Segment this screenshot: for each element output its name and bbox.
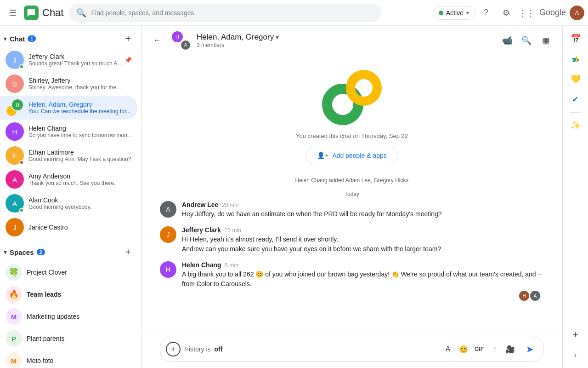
chat-input-box[interactable]: + History is off A 😊 GIF ↑ 🎥 ➤ xyxy=(160,337,544,362)
video-call-icon[interactable]: 📹 xyxy=(498,31,516,50)
space-icon: 🍀 xyxy=(6,264,22,281)
message-input-placeholder[interactable]: History is off xyxy=(184,345,437,353)
format-text-icon[interactable]: A xyxy=(441,342,455,356)
help-icon[interactable]: ? xyxy=(477,4,495,22)
chat-item-helen-adam-gregory[interactable]: H Helen, Adam, Gregory You: Can we resch… xyxy=(0,96,137,120)
menu-icon[interactable]: ☰ xyxy=(4,4,22,22)
chat-body: You created this chat on Thursday, Sep 2… xyxy=(141,55,562,332)
chat-created-text: You created this chat on Thursday, Sep 2… xyxy=(296,132,408,139)
send-button[interactable]: ➤ xyxy=(521,341,538,357)
space-item-plant-parents[interactable]: P Plant parents xyxy=(0,328,137,350)
chat-chevron-icon: ▾ xyxy=(4,35,7,42)
chat-item-alan[interactable]: A Alan Cook Good morning everybody. xyxy=(0,191,137,215)
right-panel-collapse-button[interactable]: › xyxy=(566,346,585,364)
user-avatar[interactable]: A xyxy=(570,6,584,20)
input-actions: A 😊 GIF ↑ 🎥 xyxy=(441,342,518,356)
upload-icon[interactable]: ↑ xyxy=(487,342,502,356)
space-item-marketing[interactable]: M Marketing updates xyxy=(0,305,137,328)
pin-icon: 📌 xyxy=(124,57,132,63)
search-bar[interactable]: 🔍 xyxy=(69,4,381,22)
reaction-avatar-2: A xyxy=(530,291,540,301)
right-panel-add-button[interactable]: + xyxy=(566,326,585,344)
chat-item-janice[interactable]: J Janice Castro xyxy=(0,215,137,239)
space-icon: M xyxy=(6,308,22,325)
spaces-section-header[interactable]: ▾ Spaces 2 + xyxy=(0,239,141,261)
chat-name: Jeffery Clark xyxy=(28,53,124,60)
chat-badge: 1 xyxy=(28,35,36,42)
chat-item-amy[interactable]: A Amy Anderson Thank you so much. See yo… xyxy=(0,167,137,191)
message-group-andrew: A Andrew Lee 28 min Hey Jeffery, do we h… xyxy=(160,201,544,219)
right-panel-drive-icon[interactable] xyxy=(566,50,585,68)
avatar: S xyxy=(6,75,24,93)
online-status-dot xyxy=(439,11,443,15)
message-group-helen: H Helen Chang 5 min A big thank you to a… xyxy=(160,261,544,301)
message-group-jeffery: J Jeffery Clark 20 min Hi Helen, yeah it… xyxy=(160,226,544,254)
settings-icon[interactable]: ⚙ xyxy=(497,4,515,22)
status-button[interactable]: Active ▾ xyxy=(433,6,475,20)
space-name: Project Clover xyxy=(27,269,67,276)
msg-timestamp: 28 min xyxy=(222,202,238,208)
space-icon: 🔥 xyxy=(6,286,22,303)
chat-item-ethan[interactable]: E Ethan Lattimore Good morning Ann. May … xyxy=(0,144,137,167)
chat-sidebar: ▾ Chat 1 + J Jeffery Clark Sounds great!… xyxy=(0,26,141,368)
right-panel-ai-icon[interactable]: ✨ xyxy=(566,116,585,135)
chat-name: Helen, Adam, Gregory xyxy=(28,101,132,108)
chat-intro: You created this chat on Thursday, Sep 2… xyxy=(160,63,544,175)
msg-text: Hi Helen, yeah it's almost ready, I'll s… xyxy=(182,235,441,254)
chat-item-jeffery[interactable]: J Jeffery Clark Sounds great! Thank you … xyxy=(0,48,137,72)
right-panel-tasks-icon[interactable]: ✔ xyxy=(566,90,585,109)
avatar-front: H xyxy=(11,98,24,111)
chat-rings-graphic xyxy=(317,70,386,125)
apps-icon[interactable]: ⋮⋮ xyxy=(517,4,536,22)
chat-preview: Do you have time to sync tomorrow mori..… xyxy=(28,132,132,138)
add-people-button[interactable]: 👤+ Add people & apps xyxy=(305,147,398,164)
chat-section-label: Chat xyxy=(10,35,25,43)
right-panel: 📅 💛 ✔ ✨ + › xyxy=(562,26,588,368)
msg-avatar: H xyxy=(160,261,176,278)
offline-indicator xyxy=(19,160,24,165)
chat-name: Janice Castro xyxy=(28,224,132,231)
msg-sender-name: Andrew Lee xyxy=(182,201,218,208)
space-item-moto-foto[interactable]: M Moto foto xyxy=(0,350,137,368)
chat-name: Amy Anderson xyxy=(28,172,132,180)
emoji-icon[interactable]: 😊 xyxy=(456,342,471,356)
add-space-button[interactable]: + xyxy=(121,245,136,259)
msg-sender-name: Jeffery Clark xyxy=(182,226,221,234)
online-indicator xyxy=(19,64,24,69)
space-name: Moto foto xyxy=(27,357,53,364)
chat-members-count: 3 members xyxy=(197,42,492,48)
back-button[interactable]: ← xyxy=(149,32,165,49)
history-label: History is xyxy=(184,345,211,353)
chat-name: Shirley, Jeffery xyxy=(28,77,132,84)
calendar-icon[interactable]: 📅 xyxy=(566,29,585,48)
msg-content: Andrew Lee 28 min Hey Jeffery, do we hav… xyxy=(182,201,442,219)
space-item-project-clover[interactable]: 🍀 Project Clover xyxy=(0,261,137,283)
msg-text: Hey Jeffery, do we have an estimate on w… xyxy=(182,209,442,219)
avatar: J xyxy=(6,218,24,236)
space-item-team-leads[interactable]: 🔥 Team leads xyxy=(0,283,137,305)
msg-timestamp: 20 min xyxy=(225,227,241,234)
sidebar-toggle-icon[interactable]: ▦ xyxy=(537,31,555,50)
chat-item-helen-chang[interactable]: H Helen Chang Do you have time to sync t… xyxy=(0,120,137,144)
chat-preview: Good morning Ann. May I ask a question? xyxy=(28,156,132,162)
chat-input-area: + History is off A 😊 GIF ↑ 🎥 ➤ xyxy=(141,332,562,368)
chat-preview: Sounds great! Thank you so much Ann! xyxy=(28,60,124,67)
spaces-chevron-icon: ▾ xyxy=(4,248,7,256)
space-name: Marketing updates xyxy=(27,313,79,320)
add-chat-button[interactable]: + xyxy=(121,31,136,46)
chat-added-message: Helen Chang added Adam Lee, Gregory Hick… xyxy=(160,175,544,185)
right-panel-keep-icon[interactable]: 💛 xyxy=(566,70,585,88)
video-message-icon[interactable]: 🎥 xyxy=(503,342,518,356)
chat-section-header[interactable]: ▾ Chat 1 + xyxy=(0,26,141,48)
search-chat-icon[interactable]: 🔍 xyxy=(517,31,536,50)
today-divider: Today xyxy=(160,185,544,201)
giphy-icon[interactable]: GIF xyxy=(472,342,486,356)
msg-content: Jeffery Clark 20 min Hi Helen, yeah it's… xyxy=(182,226,441,254)
search-input[interactable] xyxy=(91,9,374,17)
chat-item-shirley[interactable]: S Shirley, Jeffery Shirley: Awesome, tha… xyxy=(0,72,137,96)
chat-name: Ethan Lattimore xyxy=(28,149,132,156)
add-attachment-button[interactable]: + xyxy=(166,342,181,356)
space-name: Team leads xyxy=(27,291,61,298)
chat-header-name[interactable]: Helen, Adam, Gregory ▾ xyxy=(197,33,492,42)
chat-header-info: Helen, Adam, Gregory ▾ 3 members xyxy=(197,33,492,48)
